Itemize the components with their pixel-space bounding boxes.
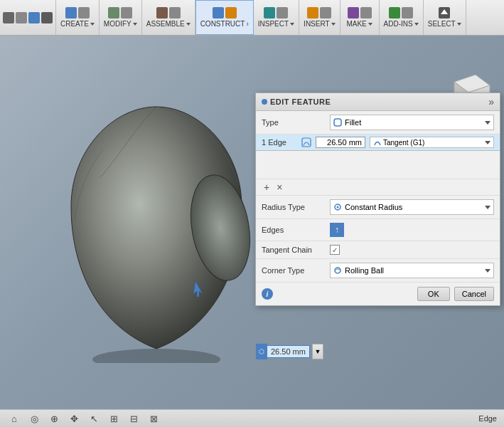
- status-camera-btn[interactable]: ◎: [27, 411, 41, 426]
- corner-type-label: Corner Type: [262, 266, 326, 275]
- tangent-chain-checkbox[interactable]: ✓: [330, 245, 340, 255]
- assemble-label: ASSEMBLE: [146, 20, 185, 28]
- corner-type-arrow: [485, 269, 490, 273]
- select-label: SELECT: [428, 20, 456, 28]
- status-grid-btn[interactable]: ⊞: [107, 411, 121, 426]
- svg-point-15: [337, 206, 339, 209]
- corner-type-select[interactable]: Rolling Ball: [330, 263, 494, 278]
- status-table-btn[interactable]: ⊠: [146, 411, 161, 426]
- status-cursor-btn[interactable]: ↖: [87, 411, 101, 426]
- assemble-arrow: [186, 23, 191, 26]
- corner-type-row: Corner Type Rolling Ball: [256, 259, 500, 283]
- toolbar-icon-1[interactable]: [3, 12, 14, 23]
- toolbar: CREATE MODIFY ASSEMBLE CONSTRUCT: [0, 0, 504, 36]
- radius-type-row: Radius Type Constant Radius: [256, 196, 500, 219]
- mm-value: 26.50 mm: [327, 138, 362, 147]
- make-arrow: [368, 23, 372, 26]
- dim-value[interactable]: 26.50 mm: [267, 345, 310, 358]
- panel-buttons: i OK Cancel: [256, 283, 500, 305]
- type-value: Fillet: [345, 118, 361, 127]
- radius-type-select[interactable]: Constant Radius: [330, 199, 494, 215]
- cancel-button[interactable]: Cancel: [454, 287, 494, 301]
- make-label: MAKE: [346, 20, 366, 28]
- tangent-chain-label: Tangent Chain: [262, 246, 326, 254]
- radius-icon: [333, 203, 342, 211]
- toolbar-modify[interactable]: MODIFY: [100, 0, 142, 35]
- info-icon[interactable]: i: [262, 288, 273, 300]
- dim-arrow-btn[interactable]: ▼: [312, 344, 323, 359]
- svg-point-2: [92, 349, 220, 363]
- status-zoom-btn[interactable]: ⊕: [47, 411, 61, 426]
- edit-panel: EDIT FEATURE » Type Fillet: [255, 93, 500, 306]
- tangent-value: Tangent (G1): [383, 139, 483, 147]
- toolbar-icon-2[interactable]: [16, 12, 27, 23]
- edge-icon: [301, 137, 311, 147]
- edge-row: 1 Edge 26.50 mm Tangent (G1): [256, 135, 500, 151]
- status-home-btn[interactable]: ⌂: [7, 411, 21, 426]
- edges-cursor-icon: ↑: [335, 225, 339, 235]
- canvas-area[interactable]: RIGHT Z X EDIT FEATURE » Type: [0, 36, 504, 427]
- modify-arrow: [133, 23, 137, 26]
- toolbar-create[interactable]: CREATE: [56, 0, 100, 35]
- fillet-icon: [333, 118, 342, 127]
- add-edge-btn[interactable]: +: [262, 181, 272, 193]
- status-bar: ⌂ ◎ ⊕ ✥ ↖ ⊞ ⊟ ⊠ Edge: [0, 409, 504, 427]
- toolbar-addins[interactable]: ADD-INS: [380, 0, 424, 35]
- panel-dot: [262, 99, 267, 105]
- toolbar-make[interactable]: MAKE: [341, 0, 380, 35]
- toolbar-select[interactable]: SELECT: [424, 0, 466, 35]
- toolbar-insert[interactable]: INSERT: [299, 0, 341, 35]
- status-grid2-btn[interactable]: ⊟: [127, 411, 141, 426]
- status-right: Edge: [478, 414, 497, 423]
- modify-label: MODIFY: [104, 20, 132, 28]
- radius-type-arrow: [485, 206, 490, 209]
- status-left: ⌂ ◎ ⊕ ✥ ↖ ⊞ ⊟ ⊠: [7, 411, 161, 426]
- radius-type-value: Constant Radius: [345, 203, 402, 211]
- type-label: Type: [262, 118, 326, 127]
- radius-type-control: Constant Radius: [330, 199, 494, 215]
- edges-row: Edges ↑: [256, 219, 500, 241]
- dim-arrow-icon: ▼: [314, 348, 321, 355]
- select-arrow: [457, 23, 461, 26]
- type-select-arrow: [485, 121, 490, 125]
- insert-arrow: [331, 23, 336, 26]
- corner-type-control: Rolling Ball: [330, 263, 494, 278]
- addins-arrow: [414, 23, 419, 26]
- toolbar-icon-3[interactable]: [28, 12, 40, 23]
- remove-edge-btn[interactable]: ×: [274, 181, 284, 193]
- addins-label: ADD-INS: [384, 20, 413, 28]
- toolbar-icon-4[interactable]: [41, 12, 53, 23]
- edge-label: 1 Edge: [262, 138, 297, 147]
- status-pan-btn[interactable]: ✥: [67, 411, 81, 426]
- tangent-chain-row: Tangent Chain ✓: [256, 241, 500, 259]
- construct-label: CONSTRUCT: [200, 20, 245, 28]
- type-row: Type Fillet: [256, 111, 500, 135]
- inspect-arrow: [290, 23, 294, 26]
- panel-expand-btn[interactable]: »: [488, 96, 494, 107]
- mm-field[interactable]: 26.50 mm: [316, 137, 365, 148]
- tangent-icon: [373, 138, 382, 147]
- svg-rect-12: [334, 119, 341, 126]
- dim-label-box: ⬡: [256, 344, 267, 359]
- toolbar-inspect[interactable]: INSPECT: [254, 0, 299, 35]
- add-remove-row: + ×: [256, 179, 500, 196]
- construct-arrow-active: ›: [246, 20, 248, 28]
- toolbar-construct[interactable]: CONSTRUCT ›: [195, 0, 254, 35]
- corner-type-value: Rolling Ball: [345, 266, 384, 275]
- create-arrow: [90, 23, 95, 26]
- 3d-model: [57, 93, 256, 363]
- type-select[interactable]: Fillet: [330, 115, 494, 130]
- toolbar-assemble[interactable]: ASSEMBLE: [142, 0, 195, 35]
- type-control: Fillet: [330, 115, 494, 130]
- ok-button[interactable]: OK: [417, 287, 450, 301]
- edges-indicator: ↑: [330, 223, 344, 237]
- radius-type-label: Radius Type: [262, 203, 326, 211]
- status-edge-label: Edge: [478, 414, 497, 423]
- panel-title: EDIT FEATURE: [270, 97, 331, 106]
- inspect-label: INSPECT: [258, 20, 289, 28]
- empty-area: [256, 151, 500, 179]
- edges-label: Edges: [262, 226, 326, 234]
- tangent-select[interactable]: Tangent (G1): [370, 137, 494, 148]
- insert-label: INSERT: [304, 20, 330, 28]
- tangent-arrow: [485, 141, 490, 144]
